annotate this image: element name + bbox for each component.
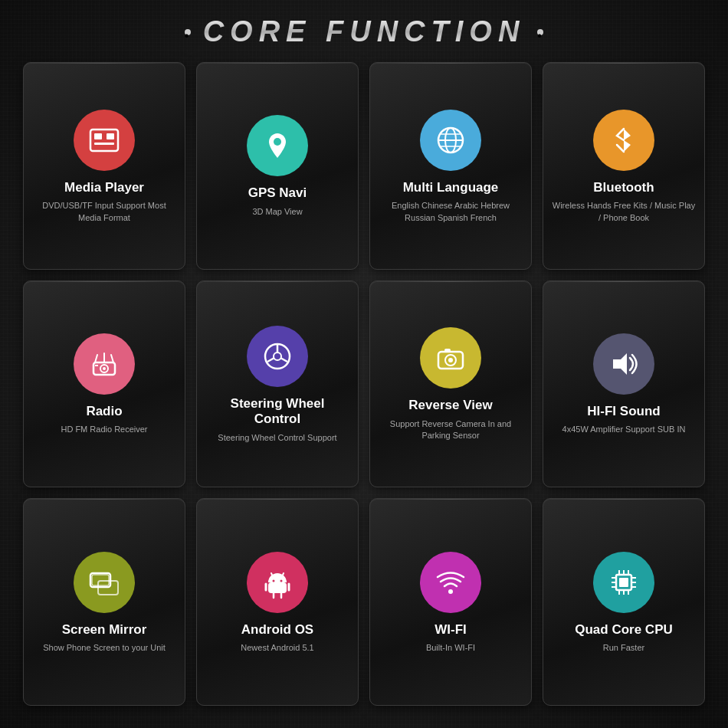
- android-icon: [261, 566, 294, 599]
- svg-rect-38: [619, 578, 628, 587]
- language-title: Multi Language: [403, 180, 499, 195]
- radio-icon: [87, 347, 121, 381]
- card-wifi: WI-FI Built-In WI-FI: [369, 498, 532, 706]
- header: • CORE FUNCTION •: [23, 15, 705, 48]
- page-title: CORE FUNCTION: [203, 15, 526, 48]
- radio-desc: HD FM Radio Receiver: [61, 424, 147, 435]
- header-dot-right: •: [537, 29, 543, 35]
- svg-marker-23: [613, 353, 627, 375]
- mirror-icon: [87, 566, 121, 599]
- language-desc: English Chinese Arabic Hebrew Russian Sp…: [378, 200, 523, 224]
- reverse-desc: Support Reverse Camera In and Parking Se…: [378, 418, 523, 442]
- steering-desc: Steering Wheel Control Support: [218, 432, 336, 444]
- radio-icon-circle: [74, 333, 135, 395]
- android-icon-circle: [247, 552, 308, 613]
- gps-desc: 3D Map View: [252, 206, 302, 218]
- steering-title: Steering WheelControl: [231, 396, 325, 428]
- android-title: Android OS: [241, 622, 313, 638]
- card-bluetooth: Bluetooth Wireless Hands Free Kits / Mus…: [543, 62, 705, 270]
- card-android-os: Android OS Newest Android 5.1: [196, 498, 359, 706]
- radio-title: Radio: [86, 404, 122, 419]
- gps-title: GPS Navi: [248, 185, 307, 201]
- svg-line-18: [280, 358, 287, 362]
- card-hifi-sound: HI-FI Sound 4x45W Amplifier Support SUB …: [543, 280, 705, 488]
- svg-rect-2: [107, 133, 114, 139]
- svg-point-4: [274, 138, 281, 146]
- svg-point-36: [448, 589, 453, 594]
- speaker-icon-circle: [593, 333, 654, 395]
- quad-core-title: Quad Core CPU: [575, 622, 673, 638]
- feature-grid: Media Player DVD/USB/TF Input Support Mo…: [23, 62, 705, 706]
- hifi-desc: 4x45W Amplifier Support SUB IN: [562, 424, 686, 435]
- bluetooth-title: Bluetooth: [593, 180, 654, 195]
- svg-point-21: [448, 358, 453, 362]
- gps-icon: [261, 129, 294, 162]
- wifi-icon: [434, 566, 467, 599]
- card-radio: Radio HD FM Radio Receiver: [23, 280, 185, 488]
- svg-point-29: [280, 579, 283, 582]
- svg-point-28: [273, 579, 275, 582]
- svg-line-17: [267, 358, 274, 362]
- gps-icon-circle: [247, 115, 308, 176]
- svg-rect-0: [90, 130, 118, 151]
- header-dot-left: •: [185, 29, 191, 35]
- reverse-title: Reverse View: [408, 398, 492, 413]
- android-desc: Newest Android 5.1: [241, 642, 313, 654]
- bluetooth-icon: [607, 123, 641, 157]
- media-player-icon-circle: [74, 110, 135, 171]
- bluetooth-icon-circle: [593, 110, 654, 171]
- hifi-title: HI-FI Sound: [587, 404, 660, 419]
- card-steering-wheel: Steering WheelControl Steering Wheel Con…: [196, 280, 359, 488]
- globe-icon: [434, 123, 467, 157]
- svg-point-15: [274, 353, 281, 360]
- quad-core-desc: Run Faster: [603, 642, 644, 654]
- card-screen-mirror: Screen Mirror Show Phone Screen to your …: [23, 498, 185, 706]
- steering-icon-circle: [247, 326, 308, 387]
- svg-rect-22: [444, 349, 451, 352]
- card-gps-navi: GPS Navi 3D Map View: [196, 62, 359, 270]
- screen-mirror-title: Screen Mirror: [62, 622, 147, 638]
- card-media-player: Media Player DVD/USB/TF Input Support Mo…: [23, 62, 185, 270]
- card-reverse-view: Reverse View Support Reverse Camera In a…: [369, 280, 532, 488]
- card-quad-core: Quad Core CPU Run Faster: [543, 498, 705, 706]
- wifi-desc: Built-In WI-FI: [426, 642, 475, 654]
- media-icon: [87, 123, 121, 157]
- media-player-title: Media Player: [64, 180, 144, 195]
- svg-rect-1: [94, 133, 102, 139]
- speaker-icon: [607, 347, 641, 381]
- wifi-title: WI-FI: [435, 622, 467, 638]
- language-icon-circle: [420, 110, 481, 171]
- card-multi-language: Multi Language English Chinese Arabic He…: [369, 62, 532, 270]
- wifi-icon-circle: [420, 552, 481, 613]
- svg-rect-3: [94, 143, 114, 145]
- page-wrapper: • CORE FUNCTION • Media Player DVD/USB/T…: [0, 0, 728, 728]
- camera-icon: [434, 341, 467, 375]
- steering-icon: [261, 339, 294, 373]
- svg-rect-27: [268, 582, 287, 593]
- screen-mirror-desc: Show Phone Screen to your Unit: [43, 642, 166, 654]
- cpu-icon-circle: [593, 552, 654, 613]
- mirror-icon-circle: [74, 552, 135, 613]
- camera-icon-circle: [420, 327, 481, 389]
- bluetooth-desc: Wireless Hands Free Kits / Music Play / …: [551, 200, 697, 224]
- cpu-icon: [607, 566, 641, 599]
- media-player-desc: DVD/USB/TF Input Support Most Media Form…: [31, 200, 177, 224]
- svg-point-12: [103, 367, 106, 370]
